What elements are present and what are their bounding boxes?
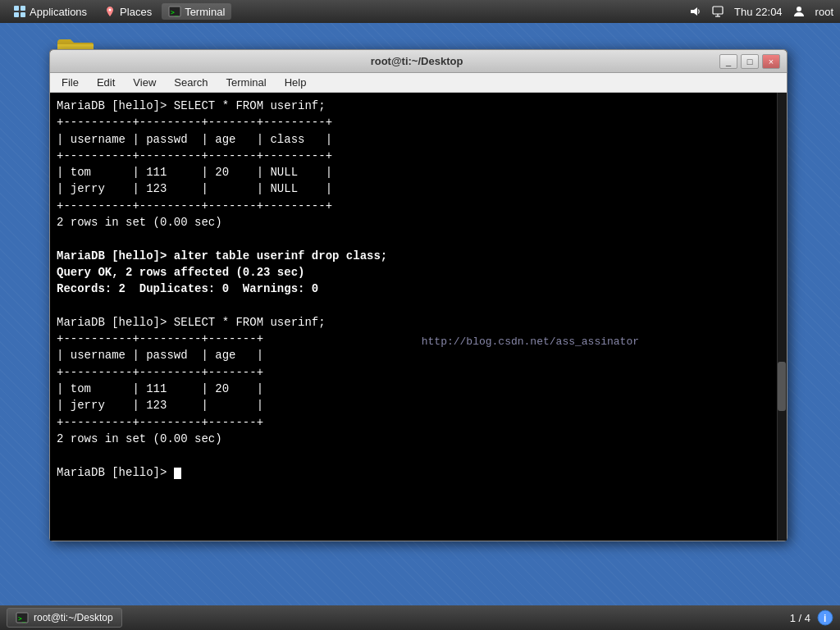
taskbar-item-label: root@ti:~/Desktop — [34, 612, 113, 623]
applications-menu[interactable]: Applications — [7, 3, 94, 20]
svg-text:>_: >_ — [18, 615, 26, 623]
svg-text:>_: >_ — [171, 9, 179, 16]
svg-rect-8 — [713, 7, 723, 14]
svg-marker-7 — [691, 7, 697, 16]
minimize-button[interactable]: _ — [719, 54, 737, 69]
taskbar-top: Applications Places >_ Terminal — [0, 0, 840, 23]
scrollbar-thumb[interactable] — [778, 362, 786, 411]
terminal-content: MariaDB [hello]> SELECT * FROM userinf; … — [57, 98, 780, 481]
taskbar-terminal-item[interactable]: >_ root@ti:~/Desktop — [7, 608, 122, 628]
terminal-titlebar: root@ti:~/Desktop _ □ × — [50, 50, 787, 73]
volume-icon — [688, 5, 701, 18]
taskbar-top-left: Applications Places >_ Terminal — [7, 3, 231, 20]
taskbar-bottom: >_ root@ti:~/Desktop 1 / 4 i — [0, 605, 840, 630]
svg-rect-0 — [14, 6, 19, 11]
terminal-label: Terminal — [185, 6, 225, 18]
terminal-menubar: File Edit View Search Terminal Help — [50, 73, 787, 93]
watermark: http://blog.csdn.net/ass_assinator — [422, 335, 639, 349]
taskbar-top-right: Thu 22:04 root — [688, 5, 833, 18]
app-grid-icon — [13, 5, 26, 18]
terminal-title: root@ti:~/Desktop — [114, 55, 719, 67]
svg-point-4 — [109, 9, 112, 11]
page-indicator: 1 / 4 — [790, 612, 810, 624]
scrollbar[interactable] — [777, 93, 787, 541]
applications-label: Applications — [30, 6, 87, 18]
menu-search[interactable]: Search — [166, 75, 216, 90]
username-label: root — [815, 6, 833, 18]
taskbar-bottom-left: >_ root@ti:~/Desktop — [7, 608, 122, 628]
user-icon — [792, 5, 806, 18]
terminal-window: root@ti:~/Desktop _ □ × File Edit View S… — [49, 49, 788, 541]
places-label: Places — [120, 6, 152, 18]
menu-view[interactable]: View — [125, 75, 164, 90]
terminal-body[interactable]: MariaDB [hello]> SELECT * FROM userinf; … — [50, 93, 787, 541]
places-icon — [103, 5, 116, 18]
svg-point-11 — [797, 7, 801, 11]
window-controls: _ □ × — [719, 54, 780, 69]
close-button[interactable]: × — [762, 54, 780, 69]
clock: Thu 22:04 — [734, 6, 783, 18]
svg-rect-3 — [21, 12, 25, 17]
info-icon: i — [817, 609, 833, 626]
menu-help[interactable]: Help — [276, 75, 315, 90]
svg-rect-2 — [14, 12, 19, 17]
menu-terminal[interactable]: Terminal — [218, 75, 275, 90]
display-icon — [711, 5, 724, 18]
menu-edit[interactable]: Edit — [89, 75, 123, 90]
maximize-button[interactable]: □ — [741, 54, 759, 69]
menu-file[interactable]: File — [53, 75, 87, 90]
terminal-menu[interactable]: >_ Terminal — [162, 3, 231, 20]
taskbar-bottom-right: 1 / 4 i — [790, 609, 833, 626]
places-menu[interactable]: Places — [97, 3, 158, 20]
terminal-bottom-icon: >_ — [16, 611, 29, 624]
svg-rect-1 — [21, 6, 25, 11]
svg-text:i: i — [824, 613, 826, 624]
terminal-top-icon: >_ — [168, 5, 181, 18]
